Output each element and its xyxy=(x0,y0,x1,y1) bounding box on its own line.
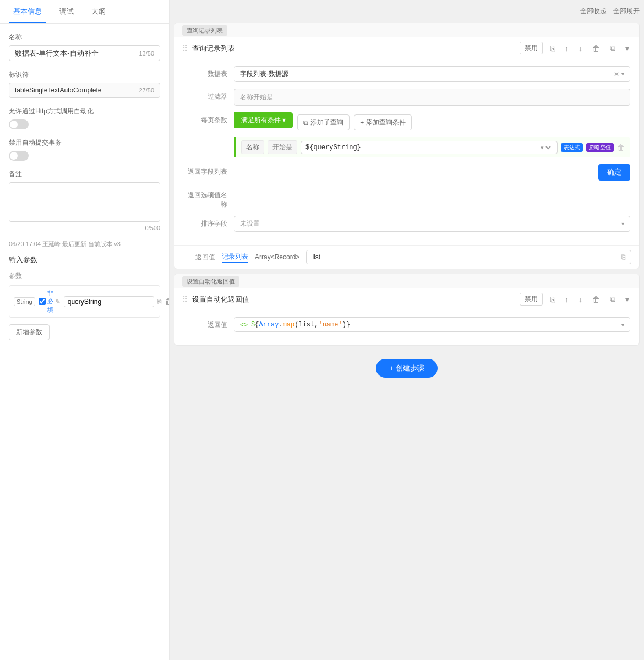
condition-dropdown-icon: ▾ xyxy=(282,116,286,124)
step2-down-btn[interactable]: ↓ xyxy=(576,294,585,305)
auto-submit-label: 禁用自动提交事务 xyxy=(9,138,160,148)
param-type: String xyxy=(14,297,35,306)
datasource-select[interactable]: 字段列表-数据源 ✕ ▾ xyxy=(234,66,630,82)
return-value-box[interactable]: list ⎘ xyxy=(306,250,631,264)
cond-value-input[interactable]: ${queryString} ▾ xyxy=(301,141,558,154)
cond-value-select[interactable]: ▾ xyxy=(538,144,553,151)
cond-value-text: ${queryString} xyxy=(305,144,535,151)
return-tab[interactable]: 记录列表 xyxy=(222,252,248,263)
datasource-row: 数据表 字段列表-数据源 ✕ ▾ xyxy=(183,66,630,82)
step2-actions: 禁用 ⎘ ↑ ↓ 🗑 ⧉ ▾ xyxy=(520,293,631,306)
auto-submit-group: 禁用自动提交事务 xyxy=(9,138,160,161)
condition-all-label: 满足所有条件 xyxy=(241,116,281,124)
create-step-button[interactable]: + 创建步骤 xyxy=(376,359,437,378)
http-label: 允许通过Http方式调用自动化 xyxy=(9,107,160,116)
param-optional-label: 非必填 xyxy=(47,289,53,314)
return-value-text: list xyxy=(312,253,320,261)
confirm-button[interactable]: 确定 xyxy=(598,164,630,181)
step2-up-btn[interactable]: ↑ xyxy=(563,294,571,305)
step1-copy-btn[interactable]: ⎘ xyxy=(548,43,557,54)
tabs-bar: 基本信息 调试 大纲 xyxy=(0,0,169,24)
null-badge[interactable]: 忽略空值 xyxy=(586,143,614,152)
add-condition-label: 添加查询条件 xyxy=(366,118,406,127)
step2-duplicate-btn[interactable]: ⧉ xyxy=(608,293,618,305)
filter-row: 过滤器 名称开始是 xyxy=(183,89,630,106)
step2-chevron: ▾ xyxy=(621,322,624,328)
tab-basic-info[interactable]: 基本信息 xyxy=(9,0,46,23)
step1-duplicate-btn[interactable]: ⧉ xyxy=(608,42,618,54)
step1-delete-btn[interactable]: 🗑 xyxy=(590,43,602,54)
expr-badge[interactable]: 表达式 xyxy=(561,143,583,152)
step2-return-input[interactable]: <> ${Array.map(list,'name')} ▾ xyxy=(234,317,630,332)
tab-debug[interactable]: 调试 xyxy=(55,0,78,23)
param-copy-icon[interactable]: ⎘ xyxy=(157,298,161,306)
param-delete-icon[interactable]: 🗑 xyxy=(165,297,170,306)
add-sub-query-btn[interactable]: ⧉ 添加子查询 xyxy=(297,114,350,130)
condition-outer: 满足所有条件 ▾ ⧉ 添加子查询 + 添加查询条件 xyxy=(234,112,630,157)
right-top-bar: 全部收起 全部展开 xyxy=(174,4,640,18)
cond-field-name: 名称 xyxy=(241,140,264,154)
name-input-wrapper[interactable]: 数据表-单行文本-自动补全 13/50 xyxy=(9,45,160,61)
step1-expand-btn[interactable]: ▾ xyxy=(623,43,631,54)
http-toggle-knob xyxy=(10,121,18,128)
create-step-container: + 创建步骤 xyxy=(376,359,437,378)
filter-input[interactable]: 名称开始是 xyxy=(234,89,630,106)
param-col-label: 参数 xyxy=(9,271,160,281)
sort-row: 排序字段 未设置 ▾ xyxy=(183,216,630,232)
identifier-input-wrapper[interactable]: tableSingleTextAutoComplete 27/50 xyxy=(9,83,160,98)
auto-submit-toggle[interactable] xyxy=(9,151,29,161)
sort-label: 排序字段 xyxy=(183,216,227,228)
step2-return-value-text: ${Array.map(list,'name')} xyxy=(251,321,350,329)
note-group: 备注 0/500 xyxy=(9,170,160,231)
add-param-button[interactable]: 新增参数 xyxy=(9,324,50,340)
step1-drag-handle[interactable]: ⠿ xyxy=(182,44,188,53)
param-row: String 非必填 ✎ queryString ⎘ 🗑 xyxy=(9,285,160,318)
datasource-close-icon[interactable]: ✕ xyxy=(614,70,619,78)
datasource-chevron[interactable]: ▾ xyxy=(621,71,624,77)
add-condition-btn[interactable]: + 添加查询条件 xyxy=(354,114,412,130)
datasource-label: 数据表 xyxy=(183,66,227,79)
sort-chevron-icon: ▾ xyxy=(621,221,624,227)
name-char-count: 13/50 xyxy=(139,50,154,57)
http-toggle[interactable] xyxy=(9,119,29,129)
step1-header: ⠿ 查询记录列表 禁用 ⎘ ↑ ↓ 🗑 ⧉ ▾ xyxy=(174,37,639,59)
collapse-all-btn[interactable]: 全部收起 xyxy=(580,7,607,16)
return-copy-icon[interactable]: ⎘ xyxy=(621,253,625,261)
return-value-row: 返回值 记录列表 Array<Record> list ⎘ xyxy=(174,246,639,269)
param-required-checkbox[interactable] xyxy=(39,298,46,305)
tab-outline[interactable]: 大纲 xyxy=(87,0,110,23)
return-options-row: 返回选项值名称 xyxy=(183,187,630,209)
add-sub-query-label: 添加子查询 xyxy=(310,118,343,127)
note-textarea[interactable] xyxy=(9,182,160,222)
condition-all-btn[interactable]: 满足所有条件 ▾ xyxy=(234,112,293,128)
sort-select[interactable]: 未设置 ▾ xyxy=(234,216,630,232)
return-value-label: 返回值 xyxy=(182,253,215,262)
step2-disable-btn[interactable]: 禁用 xyxy=(520,293,543,306)
step2-copy-btn[interactable]: ⎘ xyxy=(548,294,557,305)
step2-expand-btn[interactable]: ▾ xyxy=(623,294,631,305)
step1-disable-btn[interactable]: 禁用 xyxy=(520,42,543,54)
datasource-field-value: 字段列表-数据源 ✕ ▾ xyxy=(234,66,630,82)
cond-delete-icon[interactable]: 🗑 xyxy=(617,143,625,152)
param-edit-icon[interactable]: ✎ xyxy=(55,298,61,306)
param-name-input[interactable]: queryString xyxy=(64,296,154,307)
step2-dropdown-icon[interactable]: ▾ xyxy=(621,320,624,329)
step1-up-btn[interactable]: ↑ xyxy=(563,43,571,54)
step1-down-btn[interactable]: ↓ xyxy=(576,43,585,54)
name-group: 名称 数据表-单行文本-自动补全 13/50 xyxy=(9,32,160,61)
step2-body: 返回值 <> ${Array.map(list,'name')} ▾ xyxy=(174,310,639,345)
step2-return-value: <> ${Array.map(list,'name')} ▾ xyxy=(234,317,630,332)
expand-all-btn[interactable]: 全部展开 xyxy=(613,7,640,16)
step2-drag-handle[interactable]: ⠿ xyxy=(182,295,188,304)
condition-row: 名称 开始是 ${queryString} ▾ 表达式 忽略空值 🗑 xyxy=(234,137,630,157)
auto-submit-toggle-knob xyxy=(10,152,18,160)
condition-tabs: 满足所有条件 ▾ xyxy=(234,112,293,128)
param-checkbox[interactable]: 非必填 ✎ xyxy=(39,289,61,314)
step2-delete-btn[interactable]: 🗑 xyxy=(590,294,602,305)
name-input[interactable]: 数据表-单行文本-自动补全 xyxy=(15,49,134,57)
name-label: 名称 xyxy=(9,32,160,42)
step1-body: 数据表 字段列表-数据源 ✕ ▾ 过滤器 名称开始是 xyxy=(174,59,639,245)
step2-tag: 设置自动化返回值 xyxy=(182,276,239,287)
step2-card: 设置自动化返回值 ⠿ 设置自动化返回值 禁用 ⎘ ↑ ↓ 🗑 ⧉ ▾ 返回值 xyxy=(174,274,640,346)
return-type: Array<Record> xyxy=(255,253,299,261)
